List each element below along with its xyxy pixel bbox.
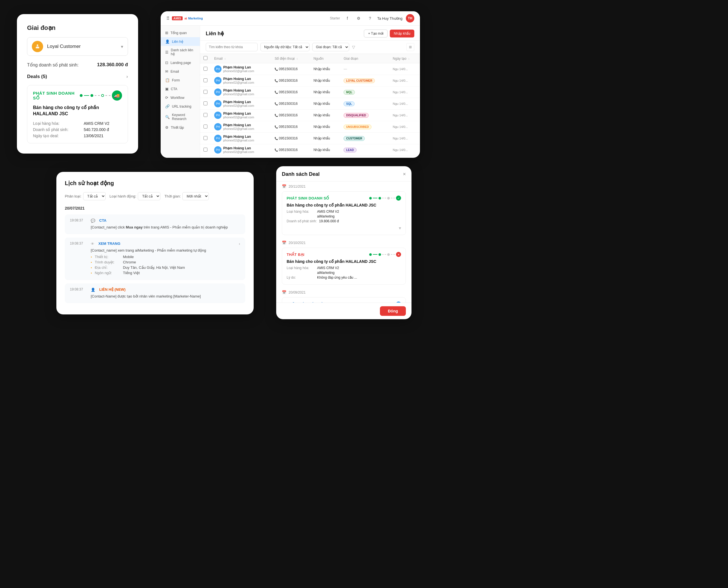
deal-meta-value-2: 13/06/2021 [84, 133, 103, 138]
grid-view-icon[interactable]: ⊞ [407, 43, 414, 51]
content-title: Liên hệ [206, 30, 224, 37]
row-checkbox-4[interactable] [204, 113, 207, 117]
cell-email-3: PH Phạm Hoàng Lan phonex02@gmail.com [211, 98, 271, 110]
create-new-button[interactable]: + Tạo mới [364, 29, 388, 38]
deals-row[interactable]: Deals (5) › [27, 74, 128, 80]
contact-avatar-7: PH [214, 146, 222, 153]
row-checkbox-1[interactable] [204, 78, 207, 82]
table-row: PH Phạm Hoàng Lan phonex02@gmail.com 📞09… [200, 133, 420, 144]
stage-filter[interactable]: Giai đoạn: Tất cả [312, 43, 349, 51]
select-all-checkbox[interactable] [204, 56, 207, 60]
sidebar-item-cta[interactable]: ▣ CTA [161, 85, 200, 93]
sidebar-label-1: Liên hệ [172, 40, 183, 44]
type-filter-select[interactable]: Tất cả [83, 192, 106, 200]
row-checkbox-7[interactable] [204, 148, 207, 152]
cell-stage-1: LOYAL CUSTOMER [340, 75, 389, 86]
filter-action: Loại hành động: Tất cả [110, 192, 161, 200]
activity-time-2: 19:08:37 [70, 287, 87, 291]
sidebar-label-10: Thiết lập [171, 126, 184, 130]
sidebar-label-8: URL tracking [172, 105, 191, 108]
sidebar-item-dslienhe[interactable]: ☰ Danh sách liên hệ [161, 46, 200, 58]
sidebar-label-5: Form [172, 78, 180, 82]
col-source: Nguồn [310, 54, 340, 63]
sidebar-item-urltracking[interactable]: 🔗 URL tracking [161, 102, 200, 111]
time-filter-select[interactable]: Mới nhất [182, 192, 209, 200]
svg-point-0 [37, 44, 38, 46]
cell-stage-2: MQL [340, 86, 389, 98]
amis-body: ⊞ Tổng quan 👤 Liên hệ ☰ Danh sách liên h… [161, 26, 420, 158]
stage-badge: DISQUALIFIED [344, 113, 369, 118]
row-checkbox-0[interactable] [204, 67, 207, 71]
deal-toggle-1[interactable]: ▾ [399, 225, 401, 231]
stage-card-title: Giai đoạn [27, 24, 128, 31]
cell-phone-8: 📞0951500316 [271, 156, 310, 158]
cell-date-3: Ngu 14/0... [390, 98, 420, 110]
header-buttons: + Tạo mới Nhập khẩu [364, 29, 414, 38]
deals-close-button[interactable]: × [403, 171, 406, 177]
sidebar-item-tongsquan[interactable]: ⊞ Tổng quan [161, 28, 200, 37]
cell-phone-6: 📞0951500316 [271, 133, 310, 144]
group-date-1: 20/11/2021 [289, 185, 306, 188]
contact-search-input[interactable] [206, 43, 257, 51]
action-filter-select[interactable]: Tất cả [138, 192, 160, 200]
cell-stage-7: LEAD [340, 144, 389, 156]
table-row: PH Phạm Hoàng Lan phonex02@gmail.com 📞09… [200, 75, 420, 86]
sidebar-label-3: Landing page [170, 61, 191, 65]
deal-entry-2: THẤT BẠI ✕ Bán hàng cho công ty cổ phần … [282, 248, 406, 285]
filter-type: Phân loại: Tất cả [65, 192, 106, 200]
help-icon[interactable]: ? [366, 14, 374, 22]
sidebar-item-landingpage[interactable]: ⊡ Landing page [161, 58, 200, 67]
activity-time-1: 19:08:37 [70, 241, 87, 246]
cell-date-6: Ngu 14/0... [390, 133, 420, 144]
cell-stage-5: UNSUBSCRIBED [340, 121, 389, 133]
contact-avatar-2: PH [214, 88, 222, 96]
row-checkbox-2[interactable] [204, 90, 207, 94]
col-email: Email ↕ [211, 54, 271, 63]
filter-icon[interactable]: ▽ [352, 45, 355, 49]
deal-meta-label-1: Doanh số phát sinh: [33, 127, 78, 132]
stage-chevron-icon: ▾ [121, 44, 123, 49]
cell-stage-3: SQL [340, 98, 389, 110]
import-button[interactable]: Nhập khẩu [390, 29, 414, 38]
sidebar-item-form[interactable]: 📋 Form [161, 76, 200, 85]
cell-date-1: Ngu 14/0... [390, 75, 420, 86]
source-filter[interactable]: Nguồn lấy dữ liệu: Tất cả [261, 43, 310, 51]
sidebar-item-thietlap[interactable]: ⚙ Thiết lập [161, 123, 200, 132]
row-checkbox-5[interactable] [204, 125, 207, 128]
sidebar-item-email[interactable]: ✉ Email [161, 67, 200, 76]
card-amis: ⠿ AMIS ai Marketing Starter f ⚙ ? Ta Huy… [161, 11, 420, 158]
cell-source-6: Nhập khẩu [310, 133, 340, 144]
calendar-icon: 📅 [282, 184, 286, 188]
cell-email-0: PH Phạm Hoàng Lan phonex02@gmail.com [211, 63, 271, 75]
cell-date-8: Ngu 14/0... [390, 156, 420, 158]
row-checkbox-3[interactable] [204, 101, 207, 105]
row-checkbox-6[interactable] [204, 136, 207, 140]
deal-entry-3: CHĂM SÓC BÁN HÀNG ▶ Bán hàng cho công ty… [282, 297, 406, 302]
marketing-label: Marketing [188, 17, 203, 20]
deal-group-2: 📅 20/10/2021 THẤT BẠI ✕ [276, 238, 412, 285]
settings-icon[interactable]: ⚙ [355, 14, 363, 22]
col-stage: Giai đoạn [340, 54, 389, 63]
stage-badge: LEAD [344, 148, 356, 152]
contacts-table-wrapper: Email ↕ Số điện thoại ↕ Nguồn Giai đoạn … [200, 54, 420, 158]
table-row: PH Phạm Hoàng Lan phonex02@gmail.com 📞09… [200, 121, 420, 133]
expand-icon[interactable]: › [239, 241, 240, 246]
dong-button[interactable]: Đóng [380, 306, 406, 316]
sidebar-item-lienhe[interactable]: 👤 Liên hệ [161, 37, 200, 46]
deal-group-3: 📅 20/09/2021 CHĂM SÓC BÁN HÀNG [276, 287, 412, 302]
stage-selector[interactable]: Loyal Customer ▾ [27, 37, 128, 56]
setup-icon: ⚙ [165, 125, 169, 130]
sidebar-label-6: CTA [171, 87, 177, 91]
sidebar-item-workflow[interactable]: ⟳ Workflow [161, 93, 200, 102]
user-avatar[interactable]: TH [406, 14, 414, 23]
cell-date-0: Ngu 14/0... [390, 63, 420, 75]
facebook-icon[interactable]: f [344, 14, 351, 22]
cell-source-5: Nhập khẩu [310, 121, 340, 133]
deals-footer: Đóng [276, 302, 412, 319]
stage-badge: CUSTOMER [344, 136, 365, 141]
contact-avatar-1: PH [214, 77, 222, 84]
table-row: PH Phạm Hoàng Lan phonex02@gmail.com 📞09… [200, 63, 420, 75]
sidebar-item-keyword[interactable]: 🔍 Keyword Research [161, 111, 200, 123]
cell-source-7: Nhập khẩu [310, 144, 340, 156]
cta-activity-icon: 💬 [91, 218, 95, 223]
